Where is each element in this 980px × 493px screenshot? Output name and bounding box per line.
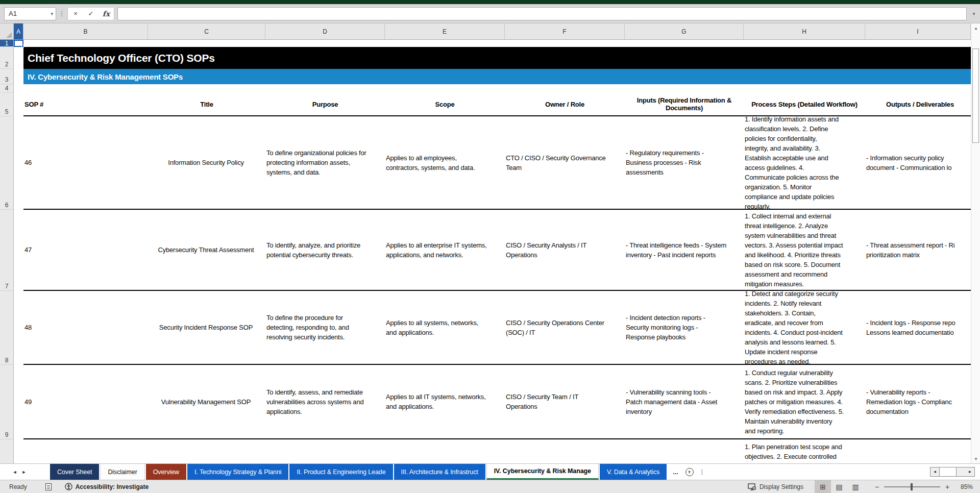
tabs-scroll-left-icon[interactable]: ◄ <box>10 464 19 480</box>
enter-check-icon[interactable]: ✓ <box>83 10 99 17</box>
select-all-button[interactable] <box>0 23 14 39</box>
header-sop-number[interactable]: SOP # <box>23 93 148 115</box>
accessibility-status[interactable]: Accessibility: Investigate <box>65 483 149 490</box>
cell-sop-number[interactable]: 48 <box>23 291 148 364</box>
cell-outputs[interactable]: - Information security policy document -… <box>865 116 971 209</box>
more-tabs-indicator[interactable]: ... <box>673 464 678 480</box>
tabs-scroll-right-icon[interactable]: ► <box>19 464 29 480</box>
column-header-i[interactable]: I <box>865 23 971 39</box>
header-owner-role[interactable]: Owner / Role <box>505 93 625 115</box>
hscroll-right-icon[interactable]: ► <box>966 467 974 476</box>
cell-outputs[interactable]: - Threat assessment report - Ri prioriti… <box>865 210 971 290</box>
fill-handle[interactable] <box>21 45 24 47</box>
tab-cybersecurity-risk-active[interactable]: IV. Cybersecurity & Risk Manage <box>486 464 599 480</box>
cell-purpose[interactable]: To define the procedure for detecting, r… <box>265 291 385 364</box>
row-header-7[interactable]: 7 <box>0 210 13 291</box>
tab-cover-sheet[interactable]: Cover Sheet <box>50 464 99 480</box>
tab-architecture-infrastructure[interactable]: III. Architecture & Infrastruct <box>394 464 485 480</box>
selected-cell-a1[interactable] <box>14 40 23 47</box>
cell-inputs[interactable]: - Vulnerability scanning tools - Patch m… <box>625 365 744 438</box>
scroll-up-icon[interactable]: ▴ <box>971 23 980 33</box>
cell-sop-number[interactable] <box>23 439 148 463</box>
column-header-e[interactable]: E <box>385 23 505 39</box>
scroll-down-icon[interactable]: ▾ <box>971 454 980 463</box>
cell-process-steps[interactable]: 1. Conduct regular vulnerability scans. … <box>744 365 865 438</box>
display-settings-button[interactable]: Display Settings <box>748 483 803 490</box>
page-break-view-button[interactable]: ▥ <box>847 480 864 493</box>
header-inputs[interactable]: Inputs (Required Information & Documents… <box>625 93 744 115</box>
row-header-9[interactable]: 9 <box>0 365 13 439</box>
row-header-3[interactable]: 3 <box>0 69 13 84</box>
cancel-icon[interactable]: × <box>68 10 83 17</box>
header-scope[interactable]: Scope <box>385 93 505 115</box>
row-header-1[interactable]: 1 <box>0 40 13 47</box>
cell-sop-number[interactable]: 49 <box>23 365 148 438</box>
column-header-d[interactable]: D <box>265 23 385 39</box>
name-box-dropdown-icon[interactable]: ▾ <box>51 11 56 16</box>
row-header-2[interactable]: 2 <box>0 47 13 69</box>
cell-owner[interactable] <box>505 439 625 463</box>
vertical-scrollbar-thumb[interactable] <box>972 48 979 143</box>
zoom-slider-handle[interactable] <box>911 483 913 490</box>
normal-view-button[interactable]: ⊞ <box>815 480 831 493</box>
row-header-4[interactable]: 4 <box>0 84 13 93</box>
cell-purpose[interactable]: To identify, analyze, and prioritize pot… <box>265 210 385 290</box>
cell-purpose[interactable]: To define organizational policies for pr… <box>265 116 385 209</box>
hscroll-left-icon[interactable]: ◄ <box>930 467 939 476</box>
header-purpose[interactable]: Purpose <box>265 93 385 115</box>
cell-title[interactable]: Vulnerability Management SOP <box>148 365 265 438</box>
cell-outputs[interactable]: - Incident logs - Response repo Lessons … <box>865 291 971 364</box>
horizontal-scrollbar-track[interactable] <box>957 467 966 476</box>
cell-outputs[interactable]: - Vulnerability reports - Remediation lo… <box>865 365 971 438</box>
column-header-g[interactable]: G <box>625 23 744 39</box>
cell-inputs[interactable] <box>625 439 744 463</box>
cell-process-steps[interactable]: 1. Identify information assets and class… <box>744 116 865 209</box>
horizontal-scrollbar[interactable]: ◄ ► <box>930 467 975 477</box>
cell-purpose[interactable]: To identify, assess, and remediate vulne… <box>265 365 385 438</box>
column-header-h[interactable]: H <box>744 23 865 39</box>
cell-owner[interactable]: CISO / Security Operations Center (SOC) … <box>505 291 625 364</box>
row-header-6[interactable]: 6 <box>0 116 13 210</box>
header-outputs[interactable]: Outputs / Deliverables <box>865 93 971 115</box>
horizontal-scrollbar-thumb[interactable] <box>939 467 957 476</box>
cell-purpose[interactable] <box>265 439 385 463</box>
tab-product-engineering[interactable]: II. Product & Engineering Leade <box>289 464 393 480</box>
cell-inputs[interactable]: - Regulatory requirements - Business pro… <box>625 116 744 209</box>
cell-scope[interactable]: Applies to all systems, networks, and ap… <box>385 291 505 364</box>
zoom-in-button[interactable]: + <box>943 483 951 491</box>
tab-disclaimer[interactable]: Disclaimer <box>100 464 144 480</box>
column-header-a[interactable]: A <box>14 23 23 39</box>
cell-title[interactable]: Information Security Policy <box>148 116 265 209</box>
column-header-f[interactable]: F <box>505 23 625 39</box>
cell-owner[interactable]: CISO / Security Analysts / IT Operations <box>505 210 625 290</box>
vertical-scrollbar[interactable]: ▴ ▾ <box>971 23 980 463</box>
cell-outputs[interactable] <box>865 439 971 463</box>
add-sheet-icon[interactable]: + <box>685 468 694 476</box>
macro-record-icon[interactable] <box>45 483 52 490</box>
cell-title[interactable]: Security Incident Response SOP <box>148 291 265 364</box>
column-header-b[interactable]: B <box>23 23 148 39</box>
cell-scope[interactable]: Applies to all IT systems, networks, and… <box>385 365 505 438</box>
row-header-5[interactable]: 5 <box>0 93 13 116</box>
header-process-steps[interactable]: Process Steps (Detailed Workflow) <box>744 93 865 115</box>
header-title[interactable]: Title <box>148 93 265 115</box>
cell-scope[interactable] <box>385 439 505 463</box>
tab-data-analytics[interactable]: V. Data & Analytics <box>600 464 667 480</box>
cell-inputs[interactable]: - Incident detection reports - Security … <box>625 291 744 364</box>
cell-sop-number[interactable]: 47 <box>23 210 148 290</box>
formula-bar-expand-icon[interactable]: ▾ <box>969 11 979 16</box>
column-header-c[interactable]: C <box>148 23 265 39</box>
cell-scope[interactable]: Applies to all enterprise IT systems, ap… <box>385 210 505 290</box>
sheet-title-cell[interactable]: Chief Technology Officer (CTO) SOPs <box>23 47 971 69</box>
cell-process-steps[interactable]: 1. Detect and categorize security incide… <box>744 291 865 364</box>
zoom-slider-track[interactable] <box>884 486 940 487</box>
cell-sop-number[interactable]: 46 <box>23 116 148 209</box>
cell-title[interactable] <box>148 439 265 463</box>
row-header-8[interactable]: 8 <box>0 291 13 365</box>
tab-technology-strategy[interactable]: I. Technology Strategy & Planni <box>187 464 288 480</box>
insert-function-icon[interactable]: fx <box>99 10 114 18</box>
cell-scope[interactable]: Applies to all employees, contractors, s… <box>385 116 505 209</box>
zoom-out-button[interactable]: − <box>873 483 881 491</box>
name-box[interactable]: A1 ▾ <box>4 7 56 20</box>
formula-bar-input[interactable] <box>117 7 967 20</box>
